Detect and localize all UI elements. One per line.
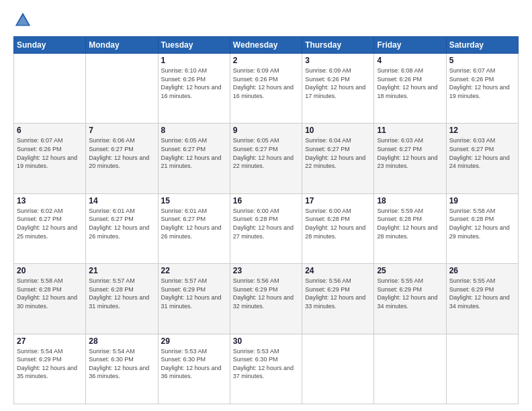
calendar-day-cell: 4Sunrise: 6:08 AM Sunset: 6:26 PM Daylig…	[374, 54, 446, 124]
day-info: Sunrise: 6:05 AM Sunset: 6:27 PM Dayligh…	[161, 136, 227, 170]
day-info: Sunrise: 6:03 AM Sunset: 6:27 PM Dayligh…	[377, 136, 443, 170]
day-number: 14	[89, 196, 154, 205]
calendar-week-row: 20Sunrise: 5:58 AM Sunset: 6:28 PM Dayli…	[14, 264, 519, 334]
calendar-day-cell: 7Sunrise: 6:06 AM Sunset: 6:27 PM Daylig…	[86, 124, 158, 193]
calendar-day-cell	[446, 334, 518, 404]
day-info: Sunrise: 5:53 AM Sunset: 6:30 PM Dayligh…	[233, 347, 299, 381]
calendar-day-cell: 16Sunrise: 6:00 AM Sunset: 6:28 PM Dayli…	[230, 193, 302, 263]
calendar-day-cell: 18Sunrise: 5:59 AM Sunset: 6:28 PM Dayli…	[374, 193, 446, 263]
calendar-week-row: 6Sunrise: 6:07 AM Sunset: 6:26 PM Daylig…	[14, 124, 519, 193]
day-info: Sunrise: 5:58 AM Sunset: 6:28 PM Dayligh…	[449, 207, 515, 240]
day-info: Sunrise: 6:09 AM Sunset: 6:26 PM Dayligh…	[233, 66, 299, 100]
day-info: Sunrise: 5:57 AM Sunset: 6:28 PM Dayligh…	[89, 277, 154, 310]
day-info: Sunrise: 6:08 AM Sunset: 6:26 PM Dayligh…	[377, 66, 443, 100]
day-number: 2	[233, 56, 299, 65]
day-number: 16	[233, 196, 299, 205]
logo-icon	[13, 11, 32, 30]
day-number: 23	[233, 266, 299, 275]
day-info: Sunrise: 6:06 AM Sunset: 6:27 PM Dayligh…	[89, 136, 154, 170]
day-number: 17	[305, 196, 371, 205]
calendar-day-cell: 13Sunrise: 6:02 AM Sunset: 6:27 PM Dayli…	[14, 193, 86, 263]
calendar-day-cell: 30Sunrise: 5:53 AM Sunset: 6:30 PM Dayli…	[230, 334, 302, 404]
day-number: 29	[161, 336, 227, 346]
calendar-day-cell: 25Sunrise: 5:55 AM Sunset: 6:29 PM Dayli…	[374, 264, 446, 334]
day-of-week-header: Thursday	[302, 37, 374, 54]
calendar-day-cell: 27Sunrise: 5:54 AM Sunset: 6:29 PM Dayli…	[14, 334, 86, 404]
calendar-day-cell: 22Sunrise: 5:57 AM Sunset: 6:29 PM Dayli…	[158, 264, 230, 334]
day-of-week-header: Tuesday	[158, 37, 230, 54]
day-number: 24	[305, 266, 371, 275]
calendar-day-cell: 17Sunrise: 6:00 AM Sunset: 6:28 PM Dayli…	[302, 193, 374, 263]
calendar-day-cell: 11Sunrise: 6:03 AM Sunset: 6:27 PM Dayli…	[374, 124, 446, 193]
calendar-week-row: 1Sunrise: 6:10 AM Sunset: 6:26 PM Daylig…	[14, 54, 519, 124]
calendar-day-cell: 20Sunrise: 5:58 AM Sunset: 6:28 PM Dayli…	[14, 264, 86, 334]
day-number: 27	[17, 336, 83, 346]
day-info: Sunrise: 5:55 AM Sunset: 6:29 PM Dayligh…	[377, 277, 443, 310]
calendar-day-cell: 9Sunrise: 6:05 AM Sunset: 6:27 PM Daylig…	[230, 124, 302, 193]
page: SundayMondayTuesdayWednesdayThursdayFrid…	[0, 0, 532, 411]
day-number: 18	[377, 196, 443, 205]
day-of-week-header: Wednesday	[230, 37, 302, 54]
day-number: 25	[377, 266, 443, 275]
day-of-week-header: Saturday	[446, 37, 518, 54]
calendar-day-cell: 21Sunrise: 5:57 AM Sunset: 6:28 PM Dayli…	[86, 264, 158, 334]
calendar-day-cell: 15Sunrise: 6:01 AM Sunset: 6:27 PM Dayli…	[158, 193, 230, 263]
day-number: 12	[449, 126, 515, 135]
day-info: Sunrise: 5:54 AM Sunset: 6:30 PM Dayligh…	[89, 347, 154, 381]
day-number: 5	[449, 56, 515, 65]
day-info: Sunrise: 5:59 AM Sunset: 6:28 PM Dayligh…	[377, 207, 443, 240]
day-number: 7	[89, 126, 154, 135]
calendar-day-cell	[302, 334, 374, 404]
header	[13, 11, 519, 30]
day-info: Sunrise: 5:54 AM Sunset: 6:29 PM Dayligh…	[17, 347, 83, 381]
day-number: 6	[17, 126, 83, 135]
day-info: Sunrise: 6:04 AM Sunset: 6:27 PM Dayligh…	[305, 136, 371, 170]
day-info: Sunrise: 5:57 AM Sunset: 6:29 PM Dayligh…	[161, 277, 227, 310]
day-number: 11	[377, 126, 443, 135]
day-number: 9	[233, 126, 299, 135]
day-number: 26	[449, 266, 515, 275]
day-info: Sunrise: 5:53 AM Sunset: 6:30 PM Dayligh…	[161, 347, 227, 381]
day-info: Sunrise: 6:02 AM Sunset: 6:27 PM Dayligh…	[17, 207, 83, 240]
day-info: Sunrise: 6:05 AM Sunset: 6:27 PM Dayligh…	[233, 136, 299, 170]
day-info: Sunrise: 6:01 AM Sunset: 6:27 PM Dayligh…	[161, 207, 227, 240]
day-of-week-header: Monday	[86, 37, 158, 54]
calendar-day-cell: 23Sunrise: 5:56 AM Sunset: 6:29 PM Dayli…	[230, 264, 302, 334]
day-of-week-header: Friday	[374, 37, 446, 54]
day-number: 22	[161, 266, 227, 275]
day-info: Sunrise: 6:00 AM Sunset: 6:28 PM Dayligh…	[233, 207, 299, 240]
day-info: Sunrise: 6:10 AM Sunset: 6:26 PM Dayligh…	[161, 66, 227, 100]
day-number: 10	[305, 126, 371, 135]
calendar-day-cell: 3Sunrise: 6:09 AM Sunset: 6:26 PM Daylig…	[302, 54, 374, 124]
day-info: Sunrise: 6:07 AM Sunset: 6:26 PM Dayligh…	[449, 66, 515, 100]
calendar-day-cell: 12Sunrise: 6:03 AM Sunset: 6:27 PM Dayli…	[446, 124, 518, 193]
calendar-table: SundayMondayTuesdayWednesdayThursdayFrid…	[13, 36, 519, 404]
day-number: 30	[233, 336, 299, 346]
calendar-day-cell: 29Sunrise: 5:53 AM Sunset: 6:30 PM Dayli…	[158, 334, 230, 404]
day-info: Sunrise: 5:56 AM Sunset: 6:29 PM Dayligh…	[305, 277, 371, 310]
calendar-day-cell: 24Sunrise: 5:56 AM Sunset: 6:29 PM Dayli…	[302, 264, 374, 334]
calendar-day-cell	[374, 334, 446, 404]
day-info: Sunrise: 6:09 AM Sunset: 6:26 PM Dayligh…	[305, 66, 371, 100]
day-info: Sunrise: 6:03 AM Sunset: 6:27 PM Dayligh…	[449, 136, 515, 170]
calendar-day-cell: 8Sunrise: 6:05 AM Sunset: 6:27 PM Daylig…	[158, 124, 230, 193]
day-info: Sunrise: 6:00 AM Sunset: 6:28 PM Dayligh…	[305, 207, 371, 240]
calendar-day-cell: 28Sunrise: 5:54 AM Sunset: 6:30 PM Dayli…	[86, 334, 158, 404]
day-number: 1	[161, 56, 227, 65]
day-number: 19	[449, 196, 515, 205]
calendar-day-cell: 10Sunrise: 6:04 AM Sunset: 6:27 PM Dayli…	[302, 124, 374, 193]
calendar-day-cell	[86, 54, 158, 124]
day-of-week-header: Sunday	[14, 37, 86, 54]
day-info: Sunrise: 5:55 AM Sunset: 6:29 PM Dayligh…	[449, 277, 515, 310]
calendar-day-cell	[14, 54, 86, 124]
day-info: Sunrise: 6:07 AM Sunset: 6:26 PM Dayligh…	[17, 136, 83, 170]
calendar-day-cell: 2Sunrise: 6:09 AM Sunset: 6:26 PM Daylig…	[230, 54, 302, 124]
calendar-week-row: 13Sunrise: 6:02 AM Sunset: 6:27 PM Dayli…	[14, 193, 519, 263]
calendar-day-cell: 19Sunrise: 5:58 AM Sunset: 6:28 PM Dayli…	[446, 193, 518, 263]
calendar-day-cell: 5Sunrise: 6:07 AM Sunset: 6:26 PM Daylig…	[446, 54, 518, 124]
day-number: 13	[17, 196, 83, 205]
day-number: 4	[377, 56, 443, 65]
calendar-day-cell: 26Sunrise: 5:55 AM Sunset: 6:29 PM Dayli…	[446, 264, 518, 334]
day-number: 21	[89, 266, 154, 275]
day-number: 15	[161, 196, 227, 205]
